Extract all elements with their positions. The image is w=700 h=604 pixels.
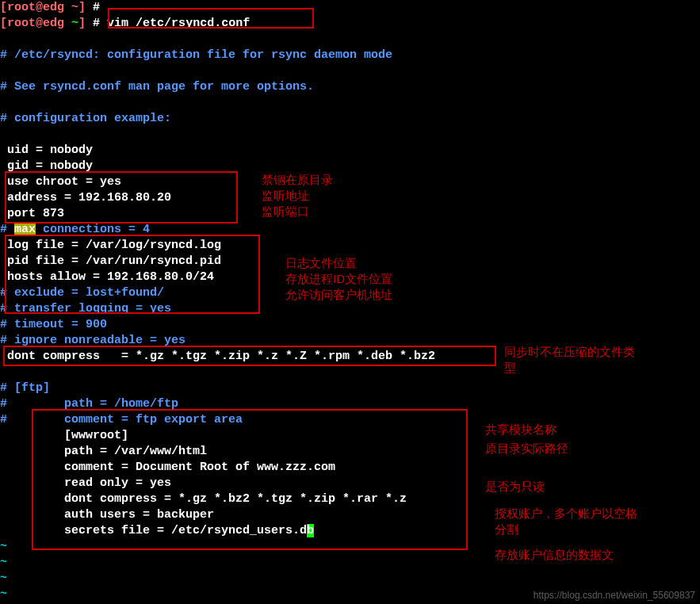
config-transfer-logging: # transfer logging = yes (0, 301, 700, 317)
config-module-path: path = /var/www/html (0, 444, 700, 460)
config-max-conn: # max connections = 4 (0, 222, 700, 238)
config-gid: gid = nobody (0, 159, 700, 174)
annot-module: 共享模块名称 (485, 422, 557, 438)
config-ftp-comment: # comment = ftp export area (0, 412, 700, 428)
prompt-host: edg (43, 17, 64, 30)
config-read-only: read only = yes (0, 476, 700, 491)
prev-bracket: [ (0, 1, 7, 14)
config-ftp-path: # path = /home/ftp (0, 396, 700, 412)
config-timeout: # timeout = 900 (0, 317, 700, 333)
config-logfile: log file = /var/log/rsyncd.log (0, 238, 700, 254)
annot-dont-compress-2: 型 (504, 360, 516, 376)
annot-log: 日志文件位置 (285, 255, 357, 271)
annot-auth: 授权账户，多个账户以空格 (495, 506, 637, 522)
config-module-wwwroot: [wwwroot] (0, 428, 700, 444)
annot-dont-compress: 同步时不在压缩的文件类 (504, 344, 635, 360)
vim-tilde: ~ (0, 571, 700, 587)
config-module-comment: comment = Document Root of www.zzz.com (0, 460, 700, 476)
comment-line: # configuration example: (0, 111, 700, 127)
prompt-user: root (7, 17, 36, 30)
prompt-dir: ~ (64, 17, 78, 30)
comment-line: # See rsyncd.conf man page for more opti… (0, 79, 700, 95)
annot-path: 原目录实际路径 (485, 441, 568, 457)
config-uid: uid = nobody (0, 143, 700, 159)
cursor: b (307, 524, 314, 537)
config-ftp-module: # [ftp] (0, 380, 700, 396)
annot-port: 监听端口 (262, 204, 309, 220)
annot-readonly: 是否为只读 (485, 479, 545, 495)
comment-line: # /etc/rsyncd: configuration file for rs… (0, 48, 700, 63)
config-chroot: use chroot = yes (0, 174, 700, 190)
annot-chroot: 禁锢在原目录 (262, 172, 333, 188)
config-module-dont-compress: dont compress = *.gz *.bz2 *.tgz *.zip *… (0, 491, 700, 507)
annot-pid: 存放进程ID文件位置 (285, 271, 392, 287)
prompt-line: [root@edg ~] # vim /etc/rsyncd.conf (0, 16, 700, 32)
annot-hosts: 允许访问客户机地址 (285, 287, 392, 303)
annot-secrets: 存放账户信息的数据文 (495, 547, 614, 563)
command-text: vim /etc/rsyncd.conf (107, 17, 250, 30)
annot-addr: 监听地址 (262, 188, 309, 204)
config-address: address = 192.168.80.20 (0, 190, 700, 206)
watermark: https://blog.csdn.net/weixin_55609837 (534, 590, 695, 601)
config-secrets-file: secrets file = /etc/rsyncd_users.db (0, 523, 700, 539)
search-highlight: max (14, 223, 36, 236)
prev-prompt-line: [root@edg ~] # (0, 0, 700, 16)
annot-auth-2: 分割 (495, 522, 518, 537)
config-port: port 873 (0, 206, 700, 222)
